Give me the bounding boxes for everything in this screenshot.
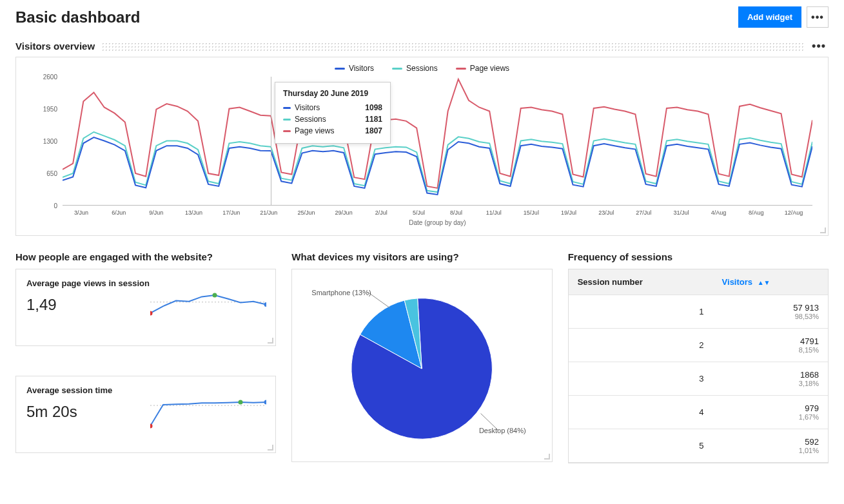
x-axis-label: Date (group by day) [409, 219, 466, 226]
table-row[interactable]: 55921,01% [569, 429, 828, 463]
resize-handle-icon[interactable] [266, 443, 273, 451]
header-more-menu[interactable]: ••• [807, 6, 829, 28]
sort-icon: ▲▼ [758, 279, 770, 286]
ellipsis-icon: ••• [811, 12, 824, 23]
sparkline-session-time [150, 396, 266, 434]
table-row[interactable]: 318683,18% [569, 362, 828, 396]
overview-chart[interactable]: 0650130019502600 Thursday 20 June 2019 V… [29, 77, 815, 225]
page-title: Basic dashboard [15, 8, 140, 26]
avg-session-time-title: Average session time [26, 385, 265, 395]
svg-point-3 [264, 302, 267, 307]
ellipsis-icon: ••• [812, 39, 826, 52]
svg-point-2 [213, 293, 217, 298]
overview-chart-card: Visitors Sessions Page views 06501300195… [15, 57, 829, 236]
devices-pie-card: Smartphone (13%) Desktop (84%) [291, 269, 552, 462]
sparkline-pageviews [150, 289, 266, 327]
table-row[interactable]: 49791,67% [569, 396, 828, 429]
frequency-title: Frequency of sessions [568, 251, 673, 262]
svg-point-7 [264, 400, 267, 405]
engagement-title: How people are engaged with the website? [15, 251, 213, 262]
col-session-number[interactable]: Session number [569, 269, 713, 295]
devices-title: What devices my visitors are using? [291, 251, 458, 262]
avg-pageviews-title: Average page views in session [26, 278, 265, 288]
avg-session-time-card: Average session time 5m 20s [15, 376, 276, 453]
overview-more-menu[interactable]: ••• [812, 39, 829, 53]
pie-label-desktop: Desktop (84%) [479, 427, 526, 434]
legend-sessions[interactable]: Sessions [392, 64, 438, 73]
overview-title: Visitors overview [15, 41, 95, 52]
resize-handle-icon[interactable] [266, 336, 273, 344]
header-fill [101, 42, 805, 51]
chart-tooltip: Thursday 20 June 2019 Visitors1098Sessio… [275, 82, 391, 144]
avg-pageviews-card: Average page views in session 1,49 [15, 269, 276, 346]
pie-label-smartphone: Smartphone (13%) [311, 289, 371, 296]
svg-point-6 [239, 400, 243, 405]
resize-handle-icon[interactable] [542, 452, 550, 460]
legend-visitors[interactable]: Visitors [335, 64, 374, 73]
svg-point-5 [150, 424, 153, 429]
col-visitors[interactable]: Visitors ▲▼ [713, 269, 828, 295]
add-widget-button[interactable]: Add widget [738, 6, 801, 28]
frequency-table: Session number Visitors ▲▼ 157 91398,53%… [569, 269, 828, 463]
tooltip-title: Thursday 20 June 2019 [283, 89, 382, 98]
resize-handle-icon[interactable] [818, 226, 826, 233]
table-row[interactable]: 247918,15% [569, 329, 828, 362]
table-row[interactable]: 157 91398,53% [569, 295, 828, 329]
legend-pageviews[interactable]: Page views [456, 64, 509, 73]
frequency-table-card: Session number Visitors ▲▼ 157 91398,53%… [568, 269, 829, 463]
